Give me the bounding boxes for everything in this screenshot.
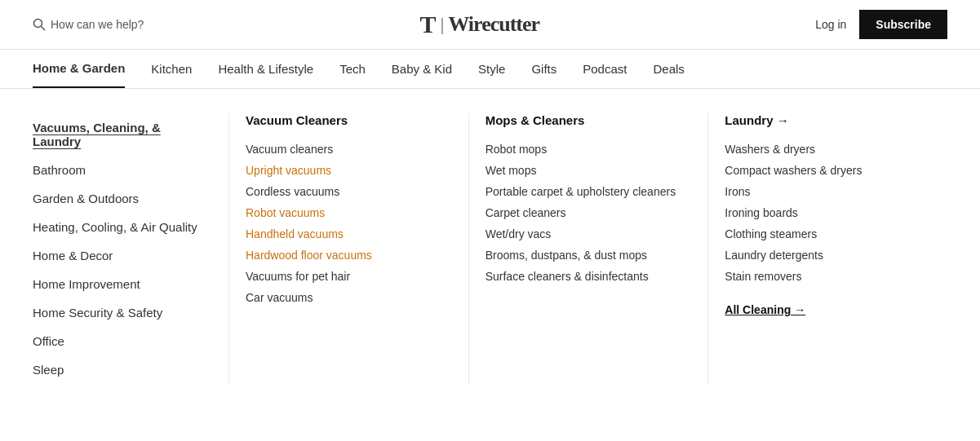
sidebar-item-home-decor[interactable]: Home & Decor [33,241,212,270]
link-clothing-steamers[interactable]: Clothing steamers [725,223,931,245]
subscribe-button[interactable]: Subscribe [859,10,947,39]
link-surface-cleaners[interactable]: Surface cleaners & disinfectants [486,266,692,287]
sidebar-item-bathroom[interactable]: Bathroom [33,156,212,184]
link-vacuum-cleaners[interactable]: Vacuum cleaners [246,139,452,160]
main-nav: Home & Garden Kitchen Health & Lifestyle… [0,50,980,89]
svg-line-1 [42,27,46,31]
link-laundry-detergents[interactable]: Laundry detergents [725,245,931,266]
column-header-laundry[interactable]: Laundry → [725,113,931,127]
link-wet-dry-vacs[interactable]: Wet/dry vacs [486,223,692,245]
link-carpet-cleaners[interactable]: Carpet cleaners [486,202,692,223]
link-upright-vacuums[interactable]: Upright vacuums [246,160,452,181]
nav-item-style[interactable]: Style [478,51,505,87]
link-irons[interactable]: Irons [725,181,931,202]
column-laundry: Laundry → Washers & dryers Compact washe… [707,113,947,384]
logo-name: Wirecutter [448,12,539,37]
link-ironing-boards[interactable]: Ironing boards [725,202,931,223]
link-all-cleaning[interactable]: All Cleaning → [725,303,931,316]
svg-point-0 [34,20,42,28]
sidebar-item-sleep[interactable]: Sleep [33,355,212,384]
nav-item-tech[interactable]: Tech [339,51,366,87]
nav-item-deals[interactable]: Deals [653,51,684,87]
nav-item-home-garden[interactable]: Home & Garden [33,50,125,88]
dropdown-menu: Vacuums, Cleaning, & Laundry Bathroom Ga… [0,89,980,417]
column-header-vacuum-cleaners: Vacuum Cleaners [246,113,452,127]
nyt-logo-t: T [419,11,435,38]
link-washers-dryers[interactable]: Washers & dryers [725,139,931,160]
link-compact-washers[interactable]: Compact washers & dryers [725,160,931,181]
sidebar-item-office[interactable]: Office [33,327,212,355]
column-vacuum-cleaners: Vacuum Cleaners Vacuum cleaners Upright … [228,113,468,384]
search-icon [33,18,46,31]
nav-item-health-lifestyle[interactable]: Health & Lifestyle [218,51,313,87]
login-button[interactable]: Log in [815,18,846,31]
site-logo: T | Wirecutter [419,11,539,38]
link-stain-removers[interactable]: Stain removers [725,266,931,287]
search-container[interactable]: How can we help? [33,18,144,31]
nav-item-gifts[interactable]: Gifts [531,51,557,87]
site-header: How can we help? T | Wirecutter Log in S… [0,0,980,50]
link-car-vacuums[interactable]: Car vacuums [246,287,452,308]
menu-columns: Vacuum Cleaners Vacuum cleaners Upright … [228,113,947,384]
link-vacuums-pet-hair[interactable]: Vacuums for pet hair [246,266,452,287]
nav-item-kitchen[interactable]: Kitchen [151,51,192,87]
link-robot-mops[interactable]: Robot mops [486,139,692,160]
link-cordless-vacuums[interactable]: Cordless vacuums [246,181,452,202]
search-placeholder-text: How can we help? [51,18,144,31]
link-wet-mops[interactable]: Wet mops [486,160,692,181]
sidebar-item-home-security[interactable]: Home Security & Safety [33,298,212,327]
logo-separator: | [440,14,443,35]
column-header-mops-cleaners: Mops & Cleaners [486,113,692,127]
sidebar-item-home-improvement[interactable]: Home Improvement [33,270,212,298]
header-actions: Log in Subscribe [815,10,947,39]
nav-item-baby-kid[interactable]: Baby & Kid [392,51,452,87]
link-portable-carpet[interactable]: Portable carpet & upholstery cleaners [486,181,692,202]
link-robot-vacuums[interactable]: Robot vacuums [246,202,452,223]
column-mops-cleaners: Mops & Cleaners Robot mops Wet mops Port… [468,113,708,384]
link-brooms[interactable]: Brooms, dustpans, & dust mops [486,245,692,266]
link-hardwood-floor-vacuums[interactable]: Hardwood floor vacuums [246,245,452,266]
nav-item-podcast[interactable]: Podcast [583,51,627,87]
link-handheld-vacuums[interactable]: Handheld vacuums [246,223,452,245]
sidebar-item-vacuums[interactable]: Vacuums, Cleaning, & Laundry [33,113,212,156]
sidebar-item-heating[interactable]: Heating, Cooling, & Air Quality [33,213,212,241]
menu-sidebar: Vacuums, Cleaning, & Laundry Bathroom Ga… [33,113,228,384]
sidebar-item-garden[interactable]: Garden & Outdoors [33,184,212,213]
